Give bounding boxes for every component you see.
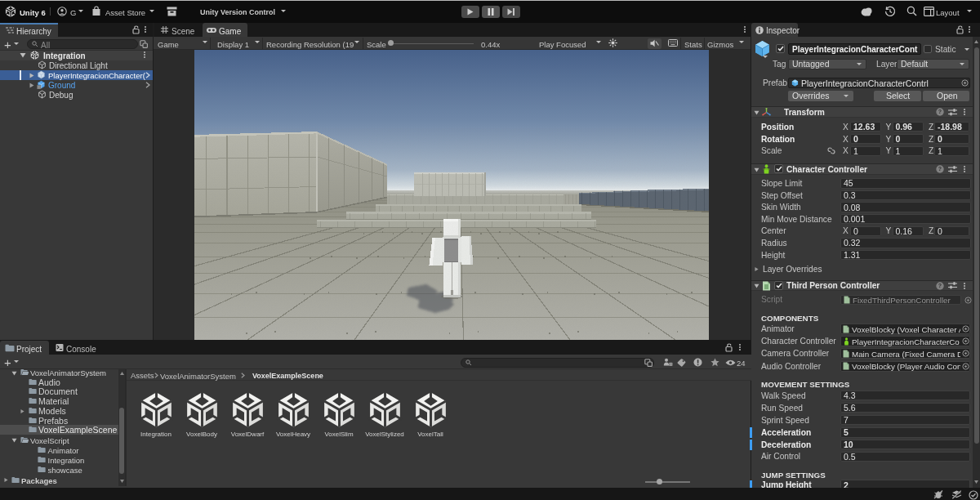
svg-text:?: ?: [938, 166, 942, 172]
svg-text:?: ?: [938, 283, 942, 288]
svg-text:?: ?: [938, 109, 942, 114]
